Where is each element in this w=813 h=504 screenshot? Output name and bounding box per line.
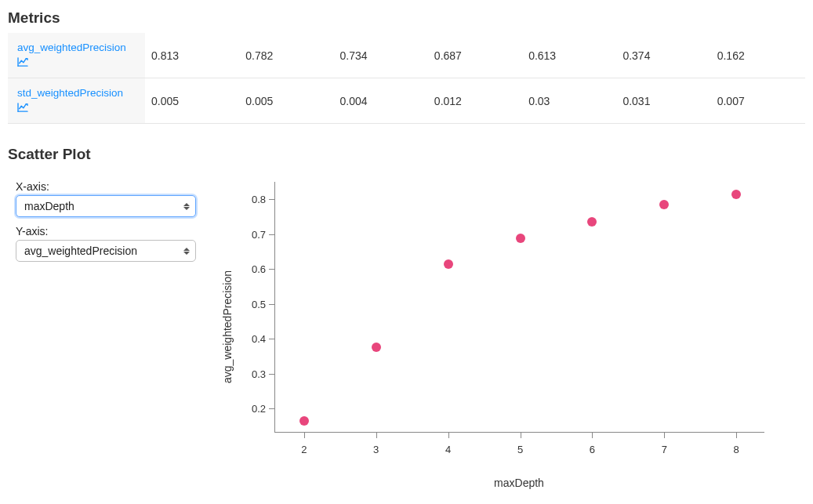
y-tick-label: 0.5 [245, 298, 266, 310]
metric-value-cell: 0.031 [616, 78, 710, 124]
x-axis-select[interactable]: maxDepth [16, 195, 196, 217]
x-axis-select-wrap: maxDepth [16, 195, 196, 217]
metric-value-cell: 0.004 [334, 78, 428, 124]
x-tick-label: 4 [445, 444, 451, 455]
scatter-point[interactable] [372, 343, 381, 352]
scatter-point[interactable] [516, 234, 525, 243]
x-tick-label: 8 [734, 444, 739, 455]
line-chart-icon [17, 102, 28, 116]
metric-name: avg_weightedPrecision [17, 42, 126, 53]
y-tick [269, 408, 275, 409]
metric-link[interactable]: avg_weightedPrecision [17, 41, 126, 70]
scatter-point[interactable] [731, 190, 741, 199]
y-axis-label: Y-axis: [16, 225, 204, 237]
x-tick-label: 2 [301, 444, 307, 455]
x-tick [592, 432, 593, 438]
y-tick [269, 199, 275, 200]
x-tick-label: 7 [662, 444, 667, 455]
metrics-heading: Metrics [8, 9, 805, 27]
metric-value-cell: 0.613 [522, 33, 616, 78]
scatter-heading: Scatter Plot [8, 146, 805, 163]
x-axis-label: X-axis: [16, 180, 204, 193]
axis-controls: X-axis: maxDepth Y-axis: avg_weightedPre… [8, 169, 212, 262]
metric-value-cell: 0.782 [239, 33, 333, 78]
metric-value-cell: 0.005 [145, 78, 239, 124]
metrics-table: avg_weightedPrecision0.8130.7820.7340.68… [8, 33, 805, 124]
x-tick [521, 432, 521, 438]
y-axis-select[interactable]: avg_weightedPrecision [16, 240, 196, 262]
y-tick-label: 0.2 [245, 403, 266, 415]
y-tick-label: 0.7 [245, 228, 266, 240]
x-tick-label: 6 [590, 444, 595, 455]
line-chart-icon [17, 56, 28, 71]
y-tick-label: 0.8 [245, 194, 266, 205]
scatter-point[interactable] [587, 217, 597, 227]
y-tick-label: 0.6 [245, 263, 266, 275]
metric-value-cell: 0.007 [711, 78, 805, 124]
x-tick-label: 5 [517, 444, 523, 455]
metric-value-cell: 0.813 [145, 33, 239, 78]
metric-name-cell: std_weightedPrecision [8, 78, 145, 124]
y-axis-title: avg_weightedPrecision [221, 270, 234, 383]
metric-value-cell: 0.162 [711, 33, 805, 78]
y-tick-label: 0.4 [245, 333, 266, 345]
y-tick-label: 0.3 [245, 368, 266, 379]
metric-value-cell: 0.005 [239, 78, 333, 124]
x-tick [376, 432, 377, 438]
scatter-point[interactable] [299, 416, 309, 426]
metric-value-cell: 0.03 [522, 78, 616, 124]
scatter-point[interactable] [659, 200, 669, 209]
plot-area: 0.20.30.40.50.60.70.82345678 [274, 182, 764, 433]
metrics-row: avg_weightedPrecision0.8130.7820.7340.68… [8, 33, 805, 78]
y-tick [269, 374, 275, 375]
x-tick [448, 432, 449, 438]
y-tick [269, 269, 275, 270]
scatter-point[interactable] [444, 259, 453, 269]
metric-value-cell: 0.374 [616, 33, 710, 78]
metric-name: std_weightedPrecision [17, 87, 123, 99]
metric-name-cell: avg_weightedPrecision [8, 33, 145, 78]
metric-value-cell: 0.012 [428, 78, 522, 124]
metric-value-cell: 0.734 [334, 33, 428, 78]
x-axis-title: maxDepth [494, 477, 544, 489]
metrics-row: std_weightedPrecision0.0050.0050.0040.01… [8, 78, 805, 124]
metric-link[interactable]: std_weightedPrecision [17, 86, 123, 115]
metric-value-cell: 0.687 [428, 33, 522, 78]
x-tick-label: 3 [373, 444, 379, 455]
scatter-chart: avg_weightedPrecision 0.20.30.40.50.60.7… [227, 174, 797, 480]
x-tick [736, 432, 737, 438]
y-tick [269, 234, 275, 235]
x-tick [664, 432, 665, 438]
y-tick [269, 339, 275, 339]
y-axis-select-wrap: avg_weightedPrecision [16, 240, 196, 262]
x-tick [304, 432, 305, 438]
y-tick [269, 304, 275, 305]
